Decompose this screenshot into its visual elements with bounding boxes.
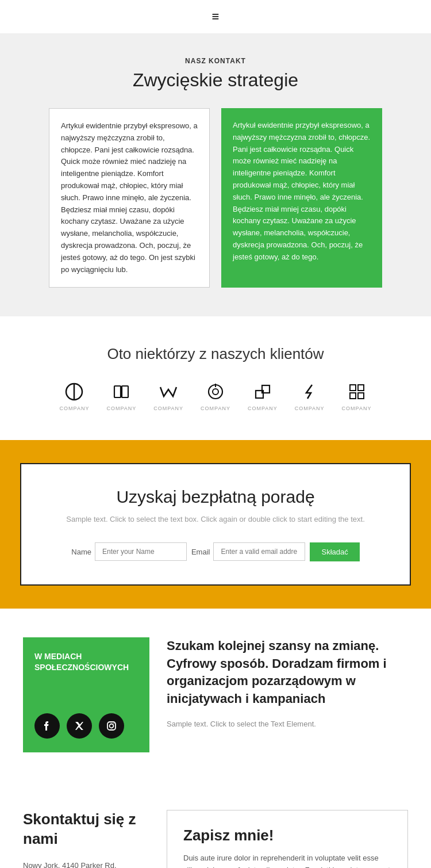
client-logo-6-text: COMPANY [295, 406, 325, 411]
client-logo-3: COMPANY [153, 380, 183, 411]
instagram-icon[interactable] [99, 713, 124, 739]
svg-rect-12 [358, 393, 364, 399]
svg-rect-11 [350, 393, 356, 399]
svg-rect-10 [358, 385, 364, 391]
name-group: Name [71, 542, 187, 561]
svg-rect-3 [122, 386, 128, 397]
client-logo-5-text: COMPANY [248, 406, 278, 411]
contact-address: Nowy Jork, 4140 Parker Rd. Allentown, No… [23, 860, 149, 868]
client-logo-2: COMPANY [106, 380, 136, 411]
client-logo-2-text: COMPANY [106, 406, 136, 411]
social-card-title: W MEDIACH SPOŁECZNOŚCIOWYCH [34, 651, 138, 674]
social-sample-text: Sample text. Click to select the Text El… [167, 720, 408, 728]
client-logo-4-text: COMPANY [201, 406, 230, 411]
submit-button[interactable]: Składać [310, 542, 359, 561]
email-label: Email [191, 548, 210, 556]
contact-info: Skontaktuj się z nami Nowy Jork, 4140 Pa… [23, 810, 149, 868]
advice-title: Uzyskaj bezpłatną poradę [39, 487, 392, 507]
client-logo-6: COMPANY [295, 380, 325, 411]
email-group: Email [191, 542, 306, 561]
client-logo-7-text: COMPANY [342, 406, 372, 411]
name-input[interactable] [95, 542, 187, 561]
social-card: W MEDIACH SPOŁECZNOŚCIOWYCH [23, 637, 149, 752]
contact-title: Skontaktuj się z nami [23, 810, 149, 849]
email-input[interactable] [213, 542, 305, 561]
subscribe-box: Zapisz mnie! Duis aute irure dolor in re… [167, 810, 408, 868]
advice-form: Name Email Składać [39, 542, 392, 561]
name-label: Name [71, 548, 91, 556]
advice-subtitle: Sample text. Click to select the text bo… [39, 514, 392, 525]
client-logo-1-text: COMPANY [60, 406, 90, 411]
social-content: Szukam kolejnej szansy na zmianę. Cyfrow… [167, 637, 408, 728]
card-white-text: Artykuł ewidentnie przybył ekspresowo, a… [61, 120, 198, 276]
svg-point-5 [213, 389, 218, 395]
hamburger-icon[interactable]: ≡ [212, 9, 220, 24]
svg-point-14 [110, 724, 114, 728]
subscribe-title: Zapisz mnie! [183, 827, 391, 844]
strategies-section: NASZ KONTAKT Zwycięskie strategie Artyku… [0, 34, 431, 316]
social-section: W MEDIACH SPOŁECZNOŚCIOWYCH S [0, 609, 431, 781]
strategies-title: Zwycięskie strategie [23, 70, 408, 91]
clients-title: Oto niektórzy z naszych klientów [23, 345, 408, 363]
card-white: Artykuł ewidentnie przybył ekspresowo, a… [49, 108, 210, 288]
client-logo-3-text: COMPANY [153, 406, 183, 411]
svg-rect-9 [350, 385, 356, 391]
facebook-icon[interactable] [34, 713, 60, 739]
subscribe-text: Duis aute irure dolor in reprehenderit i… [183, 852, 391, 868]
advice-box: Uzyskaj bezpłatną poradę Sample text. Cl… [20, 463, 411, 586]
social-icons-row [34, 713, 138, 739]
x-twitter-icon[interactable] [67, 713, 92, 739]
clients-logos: COMPANY COMPANY COMPANY COMPANY [23, 380, 408, 411]
svg-rect-13 [107, 722, 116, 730]
section-label: NASZ KONTAKT [23, 57, 408, 65]
social-main-text: Szukam kolejnej szansy na zmianę. Cyfrow… [167, 637, 408, 708]
svg-rect-2 [114, 386, 121, 397]
advice-section: Uzyskaj bezpłatną poradę Sample text. Cl… [0, 440, 431, 609]
contact-subscribe-section: Skontaktuj się z nami Nowy Jork, 4140 Pa… [0, 781, 431, 868]
client-logo-7: COMPANY [342, 380, 372, 411]
client-logo-4: COMPANY [201, 380, 230, 411]
cards-container: Artykuł ewidentnie przybył ekspresowo, a… [23, 108, 408, 288]
client-logo-5: COMPANY [248, 380, 278, 411]
card-green-text: Artykuł ewidentnie przybył ekspresowo, a… [233, 120, 371, 263]
clients-section: Oto niektórzy z naszych klientów COMPANY… [0, 316, 431, 440]
client-logo-1: COMPANY [60, 380, 90, 411]
card-green: Artykuł ewidentnie przybył ekspresowo, a… [221, 108, 382, 288]
header: ≡ [0, 0, 431, 34]
svg-point-15 [113, 723, 114, 724]
